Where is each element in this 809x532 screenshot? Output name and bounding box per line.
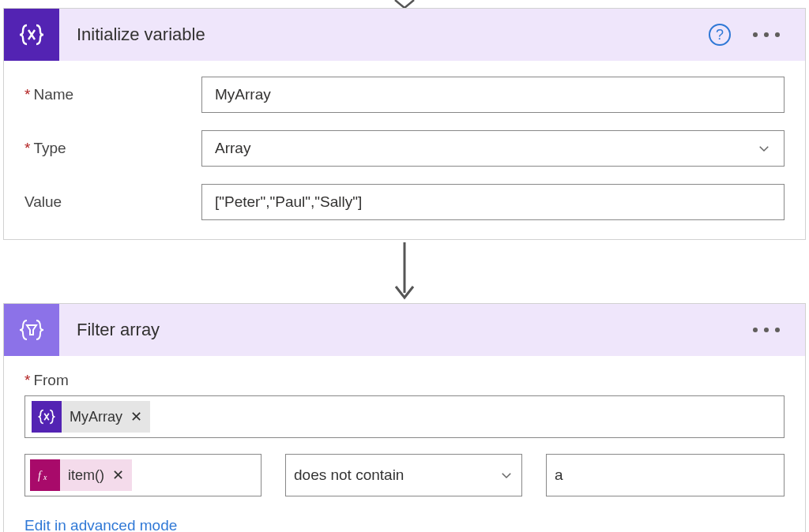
variable-token-icon <box>32 401 62 433</box>
arrow-down-icon <box>393 242 416 301</box>
card-header[interactable]: Filter array <box>4 304 805 356</box>
condition-left-input[interactable]: f x item() ✕ <box>24 454 262 496</box>
value-label: Value <box>24 193 201 211</box>
operator-value: does not contain <box>294 466 404 484</box>
svg-text:f: f <box>38 470 43 481</box>
fx-icon: f x <box>30 459 60 491</box>
card-body: *Name *Type Array Value <box>4 61 805 239</box>
name-label: *Name <box>24 86 201 103</box>
ellipsis-icon[interactable] <box>750 29 783 40</box>
card-header-actions <box>750 324 805 335</box>
card-body: *From MyArray ✕ <box>4 356 805 532</box>
arrow-tip-icon <box>394 0 415 8</box>
variable-token[interactable]: MyArray ✕ <box>32 401 150 433</box>
edit-advanced-mode-link[interactable]: Edit in advanced mode <box>24 517 177 532</box>
from-input[interactable]: MyArray ✕ <box>24 395 785 438</box>
card-header[interactable]: Initialize variable ? <box>4 9 805 61</box>
initialize-variable-card: Initialize variable ? *Name *Type Array <box>3 8 806 240</box>
connector-top-stub <box>0 0 809 8</box>
svg-text:x: x <box>43 473 47 481</box>
filter-condition-row: f x item() ✕ does not contain a <box>24 454 785 496</box>
form-row-value: Value <box>24 184 785 220</box>
connector-arrow <box>0 240 809 303</box>
help-icon[interactable]: ? <box>709 24 731 46</box>
variable-token-label: MyArray ✕ <box>62 401 150 433</box>
condition-operator-select[interactable]: does not contain <box>285 454 522 496</box>
remove-token-icon[interactable]: ✕ <box>130 408 142 425</box>
type-label: *Type <box>24 140 201 157</box>
type-select[interactable]: Array <box>201 130 785 167</box>
card-header-actions: ? <box>709 24 805 46</box>
condition-right-input[interactable]: a <box>546 454 785 496</box>
type-selected-value: Array <box>215 140 250 157</box>
variable-icon <box>4 9 59 61</box>
chevron-down-icon <box>757 141 771 155</box>
name-input[interactable] <box>201 77 785 113</box>
card-title: Filter array <box>59 320 750 340</box>
from-label: *From <box>24 372 785 389</box>
filter-icon <box>4 304 59 356</box>
ellipsis-icon[interactable] <box>750 324 783 335</box>
form-row-type: *Type Array <box>24 130 785 167</box>
expression-token[interactable]: f x item() ✕ <box>30 459 132 491</box>
form-row-name: *Name <box>24 77 785 113</box>
card-title: Initialize variable <box>59 24 709 45</box>
remove-token-icon[interactable]: ✕ <box>112 466 124 484</box>
value-input[interactable] <box>201 184 785 220</box>
filter-array-card: Filter array *From MyArray ✕ <box>3 303 806 532</box>
expression-token-label: item() ✕ <box>60 459 132 491</box>
chevron-down-icon <box>499 468 514 482</box>
